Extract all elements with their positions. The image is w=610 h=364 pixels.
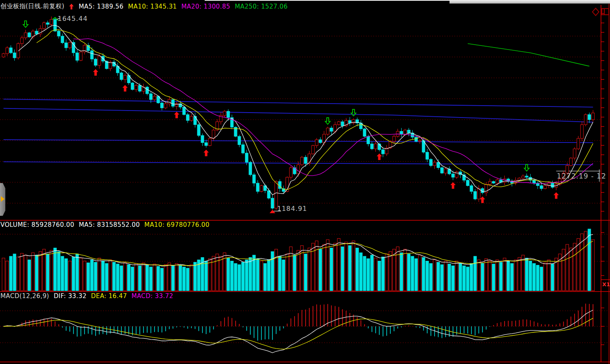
sell-signal-arrow xyxy=(524,165,529,171)
period-low-label: 1184.91 xyxy=(277,205,307,213)
top-right-icons xyxy=(590,7,610,20)
sell-signal-arrow xyxy=(23,21,28,27)
buy-signal-arrow xyxy=(450,182,456,189)
macd-bars-layer xyxy=(4,304,593,341)
flyout-expand-arrow-icon[interactable] xyxy=(1,196,5,202)
support-lines-layer xyxy=(4,99,593,165)
window-title-strip xyxy=(450,0,610,4)
volume-value-label: VOLUME: 85928760.00 xyxy=(0,221,74,228)
split-window-icon[interactable] xyxy=(602,9,609,15)
instrument-title: 创业板指(日线.前复权) xyxy=(0,2,64,10)
buy-signal-arrow xyxy=(93,69,98,76)
volume-values-group: VOLUME: 85928760.00MA5: 83158552.00MA10:… xyxy=(0,221,210,228)
volume-value-label: MA5: 83158552.00 xyxy=(79,221,140,228)
buy-signal-arrow xyxy=(480,197,485,203)
sell-signal-arrow xyxy=(351,109,356,116)
macd-value-label: DIF: 33.32 xyxy=(54,292,86,300)
window-top-edge xyxy=(205,0,450,1)
ma-value-label: MA250: 1527.06 xyxy=(235,3,287,10)
buy-signal-arrow xyxy=(554,192,559,199)
volume-value-label: MA10: 69780776.00 xyxy=(145,221,210,228)
buy-signal-arrow xyxy=(377,154,382,160)
buy-signal-arrow xyxy=(122,85,128,91)
diamond-icon[interactable] xyxy=(592,8,599,16)
buy-signal-arrow xyxy=(203,150,209,156)
volume-header: VOLUME: 85928760.00MA5: 83158552.00MA10:… xyxy=(0,221,210,228)
macd-value-label: DEA: 16.47 xyxy=(91,292,127,300)
main-chart-header: 创业板指(日线.前复权) MA5: 1389.56MA10: 1345.31MA… xyxy=(0,2,288,10)
indicator-window-x1-label[interactable]: X1 xyxy=(602,281,610,287)
buy-signal-arrow xyxy=(174,112,179,118)
sell-signal-arrow xyxy=(325,118,330,124)
macd-values-group: MACD(12,26,9)DIF: 33.32DEA: 16.47MACD: 3… xyxy=(0,292,173,300)
ma-value-label: MA5: 1389.56 xyxy=(79,3,123,10)
ma-value-label: MA10: 1345.31 xyxy=(128,3,177,10)
macd-header: MACD(12,26,9)DIF: 33.32DEA: 16.47MACD: 3… xyxy=(0,292,173,300)
volume-bars-layer xyxy=(2,229,594,291)
period-high-label: 1645.44 xyxy=(58,15,88,23)
price-chart-canvas[interactable] xyxy=(0,0,610,364)
ma250-line-layer xyxy=(468,44,590,66)
macd-value-label: MACD(12,26,9) xyxy=(0,292,49,300)
ma-value-label: MA20: 1300.85 xyxy=(181,3,230,10)
trading-terminal-window: 创业板指(日线.前复权) MA5: 1389.56MA10: 1345.31MA… xyxy=(0,0,610,364)
trend-up-arrow-icon xyxy=(69,3,74,10)
ma-values-group: MA5: 1389.56MA10: 1345.31MA20: 1300.85MA… xyxy=(79,3,287,10)
extreme-markers-layer xyxy=(52,18,281,213)
macd-value-label: MACD: 33.72 xyxy=(131,292,173,300)
price-level-label: 1272.19 - 12 xyxy=(557,172,606,180)
